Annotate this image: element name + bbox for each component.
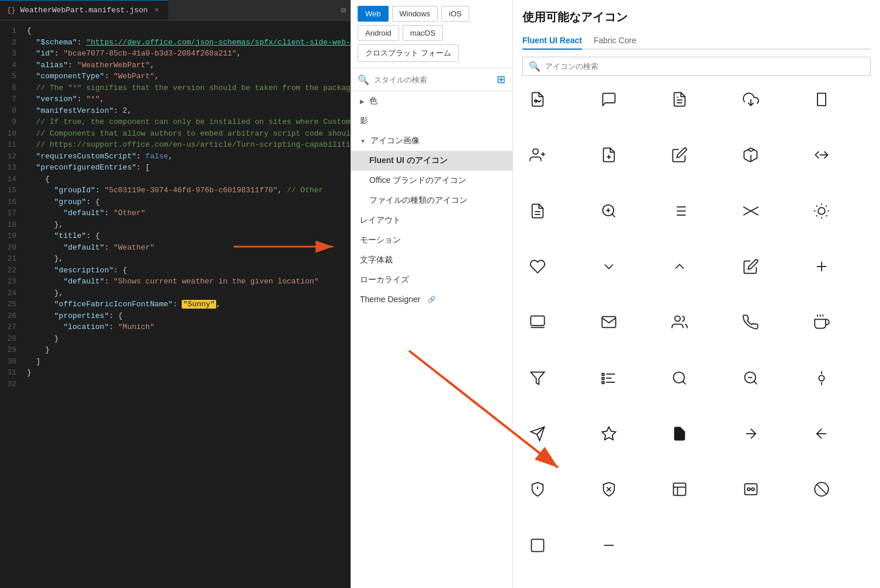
icon-cell-31[interactable] bbox=[594, 418, 624, 449]
active-tab[interactable]: {} WeatherWebPart.manifest.json × bbox=[0, 0, 168, 20]
right-panel: 使用可能なアイコン Fluent UI ReactFabric Core 🔍 bbox=[513, 0, 880, 588]
icon-cell-27[interactable] bbox=[664, 363, 695, 393]
tab-bar: {} WeatherWebPart.manifest.json × ⊟ bbox=[0, 0, 351, 20]
svg-line-35 bbox=[826, 215, 827, 216]
icon-cell-25[interactable] bbox=[522, 363, 553, 393]
svg-rect-71 bbox=[674, 483, 686, 496]
icon-cell-15[interactable] bbox=[522, 251, 553, 282]
icon-cell-0[interactable] bbox=[522, 84, 553, 115]
svg-marker-48 bbox=[531, 372, 544, 384]
icon-cell-14[interactable] bbox=[806, 196, 837, 226]
platform-btn-クロスプラット フォーム[interactable]: クロスプラット フォーム bbox=[358, 44, 459, 62]
svg-marker-64 bbox=[602, 427, 615, 440]
icon-cell-3[interactable] bbox=[736, 84, 766, 115]
icon-cell-7[interactable] bbox=[664, 140, 695, 170]
filter-icon[interactable]: ⊞ bbox=[497, 73, 505, 86]
svg-line-34 bbox=[816, 206, 817, 207]
icon-cell-34[interactable] bbox=[806, 418, 837, 449]
svg-rect-53 bbox=[602, 377, 604, 379]
platform-btn-Windows[interactable]: Windows bbox=[392, 6, 438, 22]
svg-line-39 bbox=[826, 206, 827, 207]
page-title: 使用可能なアイコン bbox=[522, 9, 871, 25]
chevron-down-icon: ▼ bbox=[360, 138, 366, 144]
tab-file-icon: {} bbox=[7, 6, 15, 15]
icon-cell-40[interactable] bbox=[522, 530, 553, 561]
icon-cell-18[interactable] bbox=[736, 251, 766, 282]
chevron-right-icon: ▶ bbox=[360, 98, 365, 105]
nav-item-ファイルの種類のアイコン[interactable]: ファイルの種類のアイコン bbox=[351, 191, 512, 210]
nav-item-レイアウト[interactable]: レイアウト bbox=[351, 210, 512, 230]
code-area[interactable]: 1234567891011121314151617181920212223242… bbox=[0, 20, 351, 588]
icon-cell-32[interactable] bbox=[664, 418, 695, 449]
svg-rect-78 bbox=[532, 539, 544, 551]
svg-rect-42 bbox=[531, 316, 544, 326]
icon-cell-17[interactable] bbox=[664, 251, 695, 282]
platform-btn-iOS[interactable]: iOS bbox=[441, 6, 469, 22]
platform-btn-Web[interactable]: Web bbox=[358, 6, 389, 22]
close-tab-button[interactable]: × bbox=[153, 5, 161, 16]
platform-btn-Android[interactable]: Android bbox=[358, 25, 399, 41]
tab-filename: WeatherWebPart.manifest.json bbox=[20, 6, 147, 15]
icon-cell-21[interactable] bbox=[594, 307, 624, 337]
nav-item-Fluent-UI-のアイコン[interactable]: Fluent UI のアイコン bbox=[351, 151, 512, 171]
icon-cell-2[interactable] bbox=[664, 84, 695, 115]
icon-cell-8[interactable] bbox=[736, 140, 766, 170]
svg-point-55 bbox=[674, 372, 685, 383]
icon-cell-33[interactable] bbox=[736, 418, 766, 449]
icon-tab-Fabric-Core[interactable]: Fabric Core bbox=[594, 32, 636, 49]
svg-rect-52 bbox=[602, 373, 604, 375]
icon-cell-23[interactable] bbox=[736, 307, 766, 337]
search-icon: 🔍 bbox=[529, 61, 541, 72]
icon-cell-5[interactable] bbox=[522, 140, 553, 170]
icon-cell-37[interactable] bbox=[664, 474, 695, 504]
icon-cell-36[interactable] bbox=[594, 474, 624, 504]
icon-cell-6[interactable] bbox=[594, 140, 624, 170]
platform-buttons: WebWindowsiOSAndroidmacOSクロスプラット フォーム bbox=[351, 0, 512, 68]
nav-item-色[interactable]: ▶ 色 bbox=[351, 91, 512, 111]
nav-item-文字体裁[interactable]: 文字体裁 bbox=[351, 250, 512, 270]
icon-cell-26[interactable] bbox=[594, 363, 624, 393]
nav-item-ローカライズ[interactable]: ローカライズ bbox=[351, 270, 512, 290]
icon-cell-12[interactable] bbox=[664, 196, 695, 226]
icon-cell-35[interactable] bbox=[522, 474, 553, 504]
icon-cell-11[interactable] bbox=[594, 196, 624, 226]
svg-line-38 bbox=[816, 215, 817, 216]
icon-cell-41[interactable] bbox=[594, 530, 624, 561]
icon-cell-20[interactable] bbox=[522, 307, 553, 337]
icon-cell-24[interactable] bbox=[806, 307, 837, 337]
style-search-input[interactable] bbox=[374, 75, 492, 84]
nav-item-Office-ブランドのアイコン[interactable]: Office ブランドのアイコン bbox=[351, 171, 512, 191]
icon-cell-4[interactable] bbox=[806, 84, 837, 115]
icon-cell-22[interactable] bbox=[664, 307, 695, 337]
svg-line-58 bbox=[754, 381, 757, 384]
svg-point-31 bbox=[819, 207, 826, 215]
svg-line-56 bbox=[683, 381, 686, 384]
icon-cell-28[interactable] bbox=[736, 363, 766, 393]
style-search-bar: 🔍 ⊞ bbox=[351, 68, 512, 91]
icon-cell-19[interactable] bbox=[806, 251, 837, 282]
icon-cell-1[interactable] bbox=[594, 84, 624, 115]
external-link-icon: 🔗 bbox=[428, 296, 436, 303]
platform-btn-macOS[interactable]: macOS bbox=[403, 25, 443, 41]
icon-cell-10[interactable] bbox=[522, 196, 553, 226]
icon-cell-13[interactable] bbox=[736, 196, 766, 226]
svg-point-44 bbox=[675, 316, 680, 321]
icon-cell-30[interactable] bbox=[522, 418, 553, 449]
icon-cell-29[interactable] bbox=[806, 363, 837, 393]
icon-cell-38[interactable] bbox=[736, 474, 766, 504]
nav-item-モーション[interactable]: モーション bbox=[351, 230, 512, 250]
style-nav: ▶ 色影▼ アイコン画像Fluent UI のアイコンOffice ブランドのア… bbox=[351, 91, 512, 588]
icon-cell-9[interactable] bbox=[806, 140, 837, 170]
svg-line-22 bbox=[612, 214, 615, 217]
nav-item-影[interactable]: 影 bbox=[351, 111, 512, 131]
icon-cell-39[interactable] bbox=[806, 474, 837, 504]
icon-cell-16[interactable] bbox=[594, 251, 624, 282]
icon-tab-Fluent-UI-React[interactable]: Fluent UI React bbox=[522, 32, 582, 50]
nav-item-Theme-Designer[interactable]: Theme Designer🔗 bbox=[351, 290, 512, 309]
split-editor-icon[interactable]: ⊟ bbox=[341, 5, 346, 15]
svg-marker-11 bbox=[817, 94, 826, 106]
nav-item-アイコン画像[interactable]: ▼ アイコン画像 bbox=[351, 131, 512, 151]
icon-grid bbox=[522, 84, 871, 579]
icon-search-input[interactable] bbox=[545, 62, 864, 71]
line-numbers: 1234567891011121314151617181920212223242… bbox=[0, 20, 22, 588]
